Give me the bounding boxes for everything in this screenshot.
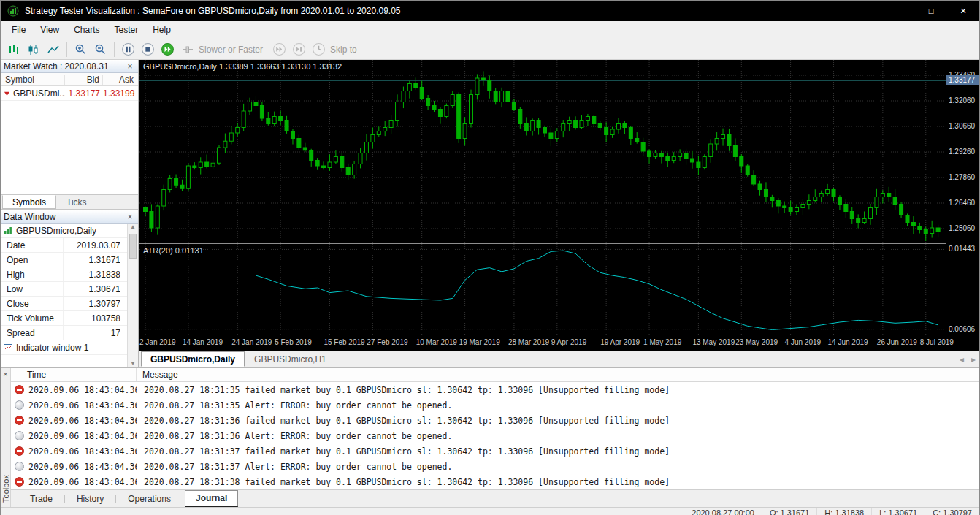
- menu-file[interactable]: File: [4, 23, 33, 37]
- field-label: Close: [1, 297, 64, 310]
- minimize-button[interactable]: —: [883, 1, 915, 21]
- info-icon: [15, 431, 24, 440]
- data-window-scrollbar[interactable]: ▲ ▼: [127, 224, 138, 367]
- journal-row[interactable]: 2020.09.06 18:43:04.3602020.08.27 18:31:…: [11, 413, 979, 428]
- zoom-out-icon[interactable]: [91, 41, 110, 58]
- tab-ticks[interactable]: Ticks: [56, 195, 97, 209]
- chart-ohlc-title: GBPUSDmicro,Daily 1.33389 1.33663 1.3313…: [143, 62, 342, 71]
- current-price-tag: 1.33177: [946, 75, 979, 85]
- journal-column-time[interactable]: Time: [11, 368, 137, 381]
- chart-tab-bar: GBPUSDmicro,Daily GBPUSDmicro,H1 ◂ ▸: [139, 351, 979, 367]
- candlestick-chart-icon[interactable]: [24, 41, 42, 58]
- column-symbol[interactable]: Symbol: [1, 75, 65, 85]
- date-axis-label: 24 Jan 2019: [231, 338, 272, 346]
- journal-row[interactable]: 2020.09.06 18:43:04.3602020.08.27 18:31:…: [11, 474, 979, 489]
- status-high: H: 1.31838: [816, 508, 871, 515]
- journal-column-message[interactable]: Message: [137, 370, 178, 380]
- stop-button[interactable]: [139, 41, 157, 58]
- journal-row[interactable]: 2020.09.06 18:43:04.3602020.08.27 18:31:…: [11, 397, 979, 413]
- field-value: 2019.03.07: [64, 240, 126, 251]
- journal-row[interactable]: 2020.09.06 18:43:04.3602020.08.27 18:31:…: [11, 428, 979, 443]
- tab-operations[interactable]: Operations: [118, 492, 181, 506]
- date-axis-label: 10 Mar 2019: [416, 338, 457, 346]
- date-axis-label: 1 May 2019: [643, 338, 681, 346]
- market-watch-close-icon[interactable]: ×: [125, 61, 135, 72]
- menu-view[interactable]: View: [33, 23, 66, 37]
- pane-separator[interactable]: [139, 243, 979, 244]
- toolbox-close-icon[interactable]: ×: [3, 370, 7, 378]
- data-window-row[interactable]: Low1.30671: [1, 282, 138, 297]
- bar-chart-icon[interactable]: [4, 41, 23, 58]
- journal-row-message: 2020.08.27 18:31:35 failed market buy 0.…: [137, 385, 670, 395]
- column-ask[interactable]: Ask: [103, 75, 138, 85]
- speed-slider-icon[interactable]: [178, 41, 196, 58]
- data-window-close-icon[interactable]: ×: [125, 212, 135, 222]
- tab-journal[interactable]: Journal: [185, 490, 238, 507]
- toolbar-separator: [114, 42, 115, 57]
- date-axis[interactable]: 2 Jan 201914 Jan 201924 Jan 20195 Feb 20…: [139, 335, 979, 351]
- journal-panel: Time Message 2020.09.06 18:43:04.3602020…: [11, 368, 979, 489]
- data-window-row[interactable]: Open1.31671: [1, 253, 138, 267]
- indicator-axis-label: 0.00606: [949, 325, 975, 333]
- price-chart-svg[interactable]: [139, 60, 947, 335]
- maximize-button[interactable]: □: [915, 1, 947, 21]
- data-window-row[interactable]: High1.31838: [1, 267, 138, 282]
- market-watch-row[interactable]: GBPUSDmi... 1.33177 1.33199: [1, 86, 138, 101]
- data-window-row[interactable]: Spread17: [1, 326, 138, 340]
- tab-scroll-right-icon[interactable]: ▸: [968, 351, 979, 367]
- field-value: 1.30797: [64, 299, 126, 309]
- skip-to-end-button[interactable]: [290, 41, 308, 58]
- field-value: 17: [64, 328, 126, 338]
- data-window-row[interactable]: Date2019.03.07: [1, 238, 138, 253]
- tab-scroll-left-icon[interactable]: ◂: [956, 351, 968, 367]
- close-button[interactable]: ✕: [947, 1, 979, 21]
- status-bar-time: 2020.08.27 00:00: [684, 508, 762, 515]
- menu-charts[interactable]: Charts: [66, 23, 107, 37]
- data-window-row[interactable]: Tick Volume103758: [1, 311, 138, 326]
- zoom-in-icon[interactable]: [72, 41, 90, 58]
- symbol-down-arrow-icon: [4, 90, 10, 96]
- chart-tab-gbpusdmicro-h1[interactable]: GBPUSDmicro,H1: [245, 351, 336, 367]
- price-axis[interactable]: 1.334601.320601.306601.292601.278601.264…: [946, 60, 979, 335]
- data-window-header[interactable]: Data Window ×: [1, 210, 138, 224]
- data-window-indicator-row[interactable]: Indicator window 1: [1, 340, 138, 355]
- fast-forward-button[interactable]: [270, 41, 288, 58]
- toolbar-separator: [66, 42, 67, 57]
- field-label: Tick Volume: [1, 311, 64, 325]
- price-axis-label: 1.32060: [949, 96, 975, 104]
- market-watch-title: Market Watch : 2020.08.31: [4, 61, 125, 72]
- status-close: C: 1.30797: [925, 508, 979, 515]
- data-window-row[interactable]: Close1.30797: [1, 297, 138, 311]
- skip-to-clock-icon[interactable]: [310, 41, 328, 58]
- field-value: 1.30671: [64, 284, 126, 294]
- toolbox-panel-strip: × Toolbox: [1, 368, 11, 507]
- title-bar: Strategy Tester Visualization : SemaFore…: [1, 1, 979, 21]
- symbol-bid: 1.33177: [65, 88, 103, 99]
- toolbox-label: Toolbox: [1, 475, 10, 503]
- journal-row[interactable]: 2020.09.06 18:43:04.3602020.08.27 18:31:…: [11, 459, 979, 474]
- column-bid[interactable]: Bid: [65, 75, 103, 85]
- tab-trade[interactable]: Trade: [20, 492, 63, 506]
- date-axis-label: 27 Feb 2019: [367, 338, 407, 346]
- chart-surface[interactable]: 1.334601.320601.306601.292601.278601.264…: [139, 60, 979, 351]
- scroll-up-icon[interactable]: ▲: [130, 224, 136, 230]
- tab-history[interactable]: History: [66, 492, 114, 506]
- date-axis-label: 15 Feb 2019: [324, 338, 364, 346]
- journal-row[interactable]: 2020.09.06 18:43:04.3602020.08.27 18:31:…: [11, 443, 979, 459]
- field-label: Open: [1, 253, 64, 267]
- line-chart-icon[interactable]: [44, 41, 62, 58]
- menu-tester[interactable]: Tester: [107, 23, 145, 37]
- chart-tab-gbpusdmicro-daily[interactable]: GBPUSDmicro,Daily: [141, 351, 245, 367]
- date-axis-label: 19 Mar 2019: [459, 338, 500, 346]
- scroll-down-icon[interactable]: ▼: [130, 360, 136, 367]
- date-axis-label: 9 Apr 2019: [551, 338, 586, 346]
- scrollbar-thumb[interactable]: [129, 234, 137, 259]
- market-watch-header[interactable]: Market Watch : 2020.08.31 ×: [1, 60, 138, 73]
- journal-row[interactable]: 2020.09.06 18:43:04.3602020.08.27 18:31:…: [11, 382, 979, 397]
- start-button[interactable]: [158, 41, 177, 58]
- menu-help[interactable]: Help: [145, 23, 178, 37]
- pause-button[interactable]: [119, 41, 137, 58]
- date-axis-label: 19 Apr 2019: [600, 338, 640, 346]
- data-window-symbol-row[interactable]: GBPUSDmicro,Daily: [1, 224, 138, 238]
- tab-symbols[interactable]: Symbols: [2, 195, 56, 209]
